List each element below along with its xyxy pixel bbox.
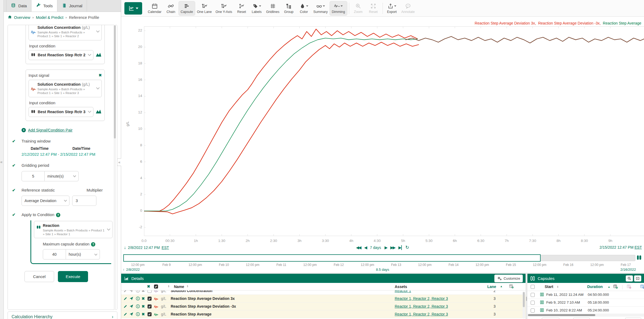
trend-chart[interactable]: Reaction Step Average Deviation 3x, Reac… bbox=[121, 17, 644, 244]
asset-link[interactable]: Reactor 1 bbox=[395, 296, 413, 301]
pagination-button-partial[interactable] bbox=[573, 318, 590, 319]
tab-data[interactable]: Data bbox=[6, 0, 32, 12]
breadcrumb-model-predict[interactable]: Model & Predict bbox=[36, 15, 63, 20]
timezone-link[interactable]: EST bbox=[635, 245, 642, 249]
investigate-end-date[interactable]: 2/16/2022 bbox=[620, 268, 636, 272]
scrollbar-thumb[interactable] bbox=[523, 292, 525, 307]
toolbar-one-lane-button[interactable]: One Lane bbox=[195, 1, 214, 16]
collapse-left-icon[interactable]: « bbox=[0, 160, 2, 164]
toolbar-one-y-axis-button[interactable]: One Y-Axis bbox=[214, 1, 234, 16]
home-icon[interactable] bbox=[8, 15, 12, 20]
add-signal-condition-pair-link[interactable]: + Add Signal/Condition Pair bbox=[22, 128, 117, 132]
max-duration-value-input[interactable]: 40 bbox=[43, 249, 66, 259]
send-icon[interactable] bbox=[129, 290, 134, 293]
tab-tools[interactable]: Tools bbox=[32, 0, 57, 12]
edit-icon[interactable] bbox=[123, 312, 128, 316]
toolbar-export-button[interactable]: Export bbox=[384, 1, 400, 16]
remove-icon[interactable]: ✖ bbox=[142, 296, 146, 301]
toolbar-capsule-button[interactable]: Capsule bbox=[178, 1, 195, 16]
toolbar-calendar-button[interactable]: Calendar bbox=[146, 1, 163, 16]
asset-link[interactable]: Reactor 2 bbox=[413, 296, 431, 301]
remove-pair-icon[interactable]: ✖ bbox=[99, 73, 102, 77]
collapse-panel-button[interactable] bbox=[634, 275, 641, 282]
add-property-column-icon[interactable] bbox=[640, 284, 644, 290]
row-checkbox[interactable] bbox=[531, 301, 535, 305]
row-checkbox[interactable]: ✔ bbox=[148, 297, 152, 301]
customize-button[interactable]: Customize bbox=[494, 275, 523, 282]
sort-icon[interactable]: ▴▾ bbox=[168, 285, 169, 287]
reference-statistic-select[interactable]: Average Deviation bbox=[22, 196, 69, 206]
info-icon[interactable] bbox=[136, 290, 140, 293]
name-column-header[interactable]: Name bbox=[174, 285, 184, 289]
sort-icon[interactable]: ▴▾ bbox=[187, 285, 188, 287]
training-end-datetime[interactable]: 2/15/2022 12:47 PM bbox=[60, 152, 96, 157]
row-checkbox[interactable] bbox=[148, 290, 152, 293]
input-condition-select-2[interactable]: Best Reaction Step Rctr 3 bbox=[29, 107, 93, 117]
gridding-value-input[interactable]: 5 bbox=[22, 171, 45, 181]
lane-column-header[interactable]: Lane bbox=[487, 285, 496, 289]
remove-icon[interactable]: ✖ bbox=[142, 304, 146, 308]
edit-icon[interactable] bbox=[123, 296, 128, 301]
remove-all-icon[interactable]: ✖ bbox=[147, 284, 150, 289]
timezone-link[interactable]: EST bbox=[162, 245, 169, 250]
max-duration-unit-select[interactable]: hour(s) bbox=[66, 249, 100, 259]
toolbar-dimming-button[interactable]: Dimming bbox=[330, 1, 347, 16]
duration-column-header[interactable]: Duration bbox=[587, 285, 603, 289]
view-capsules-icon[interactable] bbox=[95, 109, 102, 115]
display-start-datetime[interactable]: 2/8/2022 12:47 PM bbox=[128, 245, 160, 250]
asset-link[interactable]: Reactor 3 bbox=[432, 312, 448, 316]
step-back-full-icon[interactable]: ◀◀ bbox=[356, 245, 360, 250]
timeline-selection[interactable] bbox=[123, 254, 541, 262]
scrollbar-thumb[interactable] bbox=[528, 314, 595, 316]
toolbar-color-button[interactable]: Color bbox=[296, 1, 312, 16]
input-condition-select-1[interactable]: Best Reaction Step Rctr 2 bbox=[29, 50, 93, 60]
training-start-datetime[interactable]: 2/12/2022 12:47 PM bbox=[22, 152, 57, 157]
input-signal-select-1[interactable]: Solution Concentration (g/L) Sample Asse… bbox=[29, 25, 102, 40]
remove-icon[interactable]: ✖ bbox=[142, 312, 146, 316]
send-icon[interactable] bbox=[129, 296, 134, 301]
panel-resize-handle[interactable] bbox=[526, 295, 527, 302]
display-end-datetime[interactable]: 2/15/2022 12:47 PM bbox=[600, 245, 634, 249]
investigate-start-date[interactable]: 2/8/2022 bbox=[126, 268, 140, 272]
gridding-unit-select[interactable]: minute(s) bbox=[45, 171, 79, 181]
toolbar-group-button[interactable]: Group bbox=[281, 1, 296, 16]
toolbar-reset-view-button[interactable]: Reset bbox=[366, 1, 381, 16]
toolbar-reset-axes-button[interactable]: Reset bbox=[234, 1, 249, 16]
edit-icon[interactable] bbox=[123, 304, 128, 308]
search-capsules-button[interactable] bbox=[626, 275, 633, 282]
capsules-h-scrollbar[interactable] bbox=[527, 314, 644, 317]
legend-item[interactable]: Reaction Step Average Deviation -3x, bbox=[538, 21, 601, 25]
tab-journal[interactable]: Journal bbox=[57, 0, 87, 12]
row-checkbox[interactable] bbox=[531, 308, 535, 313]
row-checkbox[interactable]: ✔ bbox=[148, 312, 152, 316]
view-mode-dropdown[interactable] bbox=[124, 2, 142, 15]
select-all-checkbox[interactable] bbox=[531, 285, 535, 289]
trend-svg[interactable] bbox=[144, 26, 644, 236]
refresh-icon[interactable]: ↻ bbox=[405, 245, 409, 250]
add-stat-column-icon[interactable] bbox=[626, 284, 632, 290]
table-row[interactable]: ✖ ✔ g/L Reaction Step Average Deviation … bbox=[121, 303, 526, 310]
row-checkbox[interactable] bbox=[531, 293, 535, 297]
assets-column-header[interactable]: Assets bbox=[395, 285, 407, 289]
scrollbar-thumb[interactable] bbox=[114, 25, 116, 138]
timeline-bar[interactable] bbox=[123, 254, 635, 262]
asset-link[interactable]: Reactor 1 bbox=[395, 312, 413, 316]
asset-link[interactable]: Reactor 1 bbox=[395, 290, 411, 293]
row-checkbox[interactable]: ✔ bbox=[148, 304, 152, 308]
table-row[interactable]: Feb 9, 2022 7:10 AM 05:18:00.000 bbox=[527, 299, 644, 307]
send-icon[interactable] bbox=[129, 304, 134, 308]
step-forward-half-icon[interactable]: ▶ bbox=[384, 245, 387, 250]
timeline-capsule-icon[interactable] bbox=[636, 255, 642, 261]
table-row[interactable]: ✖ ✔ g/L Reaction Step Average Deviation … bbox=[121, 295, 526, 303]
apply-condition-select[interactable]: Reaction Sample Assets » Batch Products … bbox=[34, 221, 113, 238]
breadcrumb-overview[interactable]: Overview bbox=[14, 15, 30, 20]
step-to-now-icon[interactable]: ▶ bbox=[398, 245, 402, 250]
send-icon[interactable] bbox=[129, 312, 134, 316]
cancel-button[interactable]: Cancel bbox=[24, 271, 54, 282]
asset-link[interactable]: Reactor 2 bbox=[413, 304, 431, 308]
info-icon[interactable] bbox=[136, 296, 140, 301]
select-all-checkbox[interactable]: ✔ bbox=[154, 285, 158, 289]
details-scrollbar[interactable] bbox=[523, 292, 525, 318]
execute-button[interactable]: Execute bbox=[58, 271, 88, 282]
calculation-hierarchy-header[interactable]: Calculation Hierarchy › bbox=[8, 311, 117, 319]
